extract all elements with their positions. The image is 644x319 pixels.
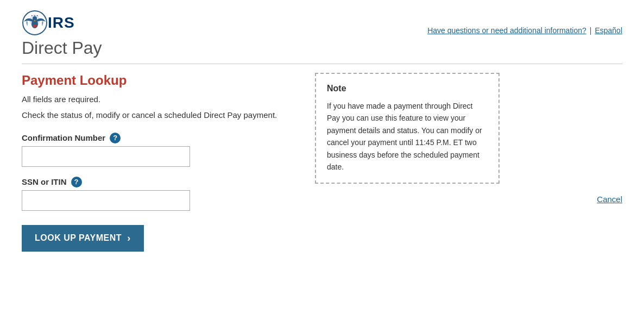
- ssn-itin-input[interactable]: [22, 190, 190, 211]
- ssn-label-row: SSN or ITIN ?: [22, 177, 293, 187]
- confirmation-help-icon[interactable]: ?: [110, 133, 121, 143]
- irs-logo-text: IRS: [48, 14, 75, 32]
- all-fields-required-text: All fields are required.: [22, 95, 293, 104]
- section-title: Payment Lookup: [22, 73, 293, 88]
- lookup-button-chevron: ›: [127, 233, 131, 244]
- confirmation-label-row: Confirmation Number ?: [22, 133, 293, 143]
- left-panel: Payment Lookup All fields are required. …: [22, 73, 293, 252]
- ssn-itin-group: SSN or ITIN ?: [22, 177, 293, 211]
- direct-pay-title: Direct Pay: [22, 38, 102, 58]
- note-title: Note: [327, 84, 488, 93]
- svg-rect-5: [33, 23, 36, 25]
- irs-eagle-icon: ★ ★ ★: [22, 10, 48, 36]
- title-area: ★ ★ ★ IRS Direct Pay: [22, 10, 102, 58]
- right-panel: Note If you have made a payment through …: [315, 73, 622, 252]
- svg-point-3: [33, 16, 37, 21]
- cancel-link[interactable]: Cancel: [597, 195, 622, 204]
- header-separator: |: [590, 26, 592, 35]
- note-box: Note If you have made a payment through …: [315, 73, 500, 184]
- cancel-row: Cancel: [315, 195, 622, 204]
- confirmation-number-input[interactable]: [22, 146, 190, 167]
- header-links: Have questions or need additional inform…: [427, 26, 622, 35]
- main-content: Payment Lookup All fields are required. …: [22, 73, 622, 252]
- svg-text:★ ★ ★: ★ ★ ★: [31, 14, 39, 17]
- help-link[interactable]: Have questions or need additional inform…: [427, 26, 586, 35]
- confirmation-number-label: Confirmation Number: [22, 133, 105, 142]
- logo-area: ★ ★ ★ IRS: [22, 10, 102, 36]
- lookup-payment-button[interactable]: LOOK UP PAYMENT ›: [22, 225, 144, 252]
- espanol-link[interactable]: Español: [595, 26, 622, 35]
- description-text: Check the status of, modify or cancel a …: [22, 109, 293, 122]
- ssn-help-icon[interactable]: ?: [71, 177, 82, 187]
- lookup-button-label: LOOK UP PAYMENT: [35, 233, 122, 243]
- page-header: ★ ★ ★ IRS Direct Pay Have questions or n…: [22, 10, 622, 64]
- note-text: If you have made a payment through Direc…: [327, 100, 488, 173]
- confirmation-number-group: Confirmation Number ?: [22, 133, 293, 167]
- ssn-itin-label: SSN or ITIN: [22, 177, 67, 186]
